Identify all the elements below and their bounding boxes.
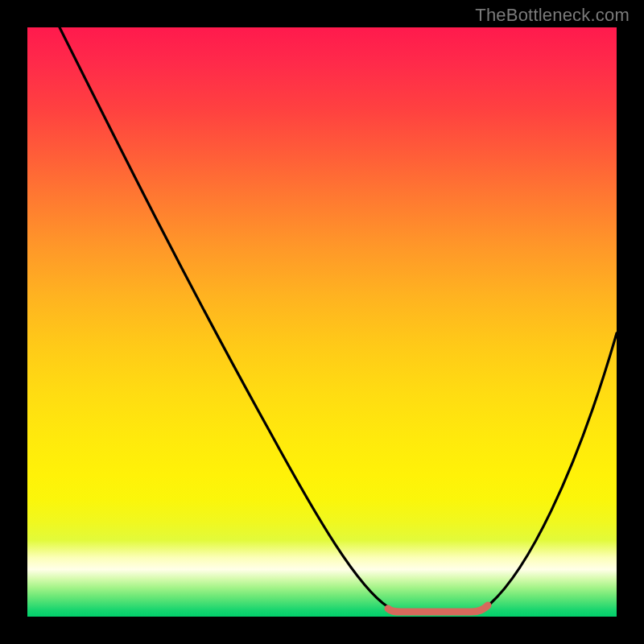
optimum-range-marker xyxy=(388,605,488,612)
bottleneck-curve-path xyxy=(60,27,617,610)
watermark-text: TheBottleneck.com xyxy=(475,5,630,26)
bottleneck-curve-svg xyxy=(27,27,617,617)
plot-area xyxy=(27,27,617,617)
chart-frame: TheBottleneck.com xyxy=(0,0,644,644)
